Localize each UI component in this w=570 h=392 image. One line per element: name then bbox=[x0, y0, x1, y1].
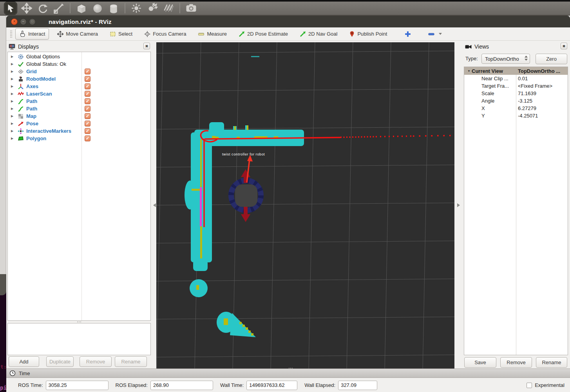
save-view-button[interactable]: Save bbox=[464, 357, 496, 368]
property-row-scale[interactable]: Scale 71.1639 bbox=[464, 90, 568, 97]
property-row-target-frame[interactable]: Target Fra... <Fixed Frame> bbox=[464, 82, 568, 90]
wall-elapsed-input[interactable] bbox=[338, 381, 377, 390]
time-panel-header[interactable]: Time bbox=[6, 369, 570, 378]
tool-publish-point[interactable]: Publish Point bbox=[346, 29, 391, 39]
tool-focus-camera[interactable]: Focus Camera bbox=[141, 29, 190, 39]
screenshot-camera-button[interactable] bbox=[185, 2, 198, 15]
tool-2d-pose-estimate[interactable]: 2D Pose Estimate bbox=[235, 29, 291, 39]
toolbar-drag-handle[interactable] bbox=[10, 31, 12, 38]
expand-arrow-icon[interactable]: ▶ bbox=[11, 114, 15, 118]
panel-splitter-left[interactable] bbox=[153, 41, 156, 369]
displays-tree[interactable]: ▶ Global Options ▶ Global Status: Ok ▶ G… bbox=[7, 52, 151, 321]
chevron-down-icon[interactable] bbox=[439, 33, 442, 35]
views-panel-close-button[interactable]: ✖ bbox=[561, 43, 567, 49]
expand-arrow-icon[interactable]: ▶ bbox=[11, 92, 15, 96]
views-panel-header[interactable]: Views bbox=[465, 43, 489, 51]
current-view-row[interactable]: ▼ Current View TopDownOrtho ... bbox=[464, 67, 568, 75]
wall-time-input[interactable] bbox=[246, 381, 297, 390]
display-row-map[interactable]: ▶ Map bbox=[8, 112, 81, 120]
expand-arrow-icon[interactable]: ▶ bbox=[11, 129, 15, 133]
cylinder-shape-button[interactable] bbox=[107, 2, 120, 15]
property-row-angle[interactable]: Angle -3.125 bbox=[464, 97, 568, 105]
tree-column-divider[interactable] bbox=[81, 52, 82, 320]
expand-arrow-icon[interactable]: ▶ bbox=[11, 70, 15, 73]
scale-tool-button[interactable] bbox=[52, 2, 65, 15]
property-row-y[interactable]: Y -4.25071 bbox=[464, 112, 568, 119]
expand-arrow-icon[interactable]: ▶ bbox=[11, 55, 15, 58]
spinner-arrows-icon[interactable] bbox=[525, 56, 528, 61]
select-arrow-tool-button[interactable] bbox=[4, 2, 17, 15]
sphere-shape-button[interactable] bbox=[91, 2, 104, 15]
expand-arrow-icon[interactable]: ▶ bbox=[11, 99, 15, 103]
display-checkbox-axes[interactable]: ✓ bbox=[85, 83, 90, 89]
zero-button[interactable]: Zero bbox=[536, 54, 567, 64]
translate-tool-button[interactable] bbox=[20, 2, 33, 15]
expand-arrow-icon[interactable]: ▶ bbox=[11, 122, 15, 125]
display-checkbox-interactive-markers[interactable]: ✓ bbox=[85, 128, 90, 134]
display-row-global-options[interactable]: ▶ Global Options bbox=[8, 53, 81, 60]
display-checkbox-pose[interactable]: ✓ bbox=[85, 121, 90, 126]
window-titlebar[interactable]: × − □ navigation.rviz* - RViz bbox=[6, 16, 570, 27]
window-minimize-button[interactable]: − bbox=[20, 18, 27, 25]
experimental-checkbox[interactable] bbox=[527, 383, 532, 388]
duplicate-display-button[interactable]: Duplicate bbox=[46, 356, 74, 367]
rename-display-button[interactable]: Rename bbox=[115, 356, 147, 367]
views-tree[interactable]: ▼ Current View TopDownOrtho ... Near Cli… bbox=[464, 67, 568, 355]
box-shape-button[interactable] bbox=[75, 2, 88, 15]
property-value[interactable]: 71.1639 bbox=[518, 90, 536, 97]
displays-panel-header[interactable]: Displays bbox=[9, 43, 39, 51]
add-display-button[interactable]: Add bbox=[9, 356, 39, 367]
remove-display-button[interactable]: Remove bbox=[80, 356, 112, 367]
display-row-robotmodel[interactable]: ▶ RobotModel bbox=[8, 75, 81, 83]
display-row-path-2[interactable]: ▶ Path bbox=[8, 105, 81, 112]
property-value[interactable]: -4.25071 bbox=[518, 112, 538, 119]
3d-viewport[interactable]: twist controller for robot bbox=[156, 42, 454, 369]
panel-splitter-right[interactable] bbox=[454, 41, 463, 369]
expand-arrow-icon[interactable]: ▶ bbox=[11, 62, 15, 66]
view-type-dropdown[interactable]: TopDownOrtho bbox=[481, 54, 530, 64]
collapse-left-handle[interactable] bbox=[153, 203, 156, 207]
display-checkbox-robotmodel[interactable]: ✓ bbox=[85, 76, 90, 82]
remove-view-button[interactable]: Remove bbox=[500, 357, 532, 368]
robot-body[interactable] bbox=[235, 184, 257, 207]
ros-time-input[interactable] bbox=[46, 381, 109, 390]
property-value[interactable]: 6.27279 bbox=[518, 105, 536, 112]
directional-light-button[interactable] bbox=[162, 2, 175, 15]
display-row-global-status[interactable]: ▶ Global Status: Ok bbox=[8, 60, 81, 68]
display-row-interactive-markers[interactable]: ▶ InteractiveMarkers bbox=[8, 127, 81, 135]
expand-arrow-icon[interactable]: ▼ bbox=[467, 69, 471, 73]
property-value[interactable]: 0.01 bbox=[518, 75, 528, 82]
remove-tool-button[interactable] bbox=[424, 29, 445, 40]
property-row-near-clip[interactable]: Near Clip ... 0.01 bbox=[464, 75, 568, 82]
tool-move-camera[interactable]: Move Camera bbox=[54, 29, 101, 39]
displays-panel-close-button[interactable]: ✖ bbox=[143, 43, 150, 49]
window-maximize-button[interactable]: □ bbox=[29, 18, 36, 25]
display-row-path[interactable]: ▶ Path bbox=[8, 98, 81, 105]
expand-arrow-icon[interactable]: ▶ bbox=[11, 137, 15, 140]
expand-arrow-icon[interactable]: ▶ bbox=[11, 85, 15, 88]
property-value[interactable]: <Fixed Frame> bbox=[518, 82, 552, 90]
tool-2d-nav-goal[interactable]: 2D Nav Goal bbox=[296, 29, 341, 39]
display-checkbox-path-2[interactable]: ✓ bbox=[85, 106, 90, 112]
spot-light-button[interactable] bbox=[146, 2, 159, 15]
display-checkbox-polygon[interactable]: ✓ bbox=[85, 135, 90, 141]
display-row-polygon[interactable]: ▶ Polygon bbox=[8, 135, 81, 142]
property-value[interactable]: -3.125 bbox=[518, 97, 532, 105]
rotate-tool-button[interactable] bbox=[36, 2, 49, 15]
display-checkbox-laserscan[interactable]: ✓ bbox=[85, 91, 90, 97]
display-row-laserscan[interactable]: ▶ LaserScan bbox=[8, 90, 81, 98]
property-row-x[interactable]: X 6.27279 bbox=[464, 105, 568, 112]
tool-interact[interactable]: Interact bbox=[15, 28, 49, 40]
add-tool-button[interactable] bbox=[401, 29, 415, 40]
tool-measure[interactable]: Measure bbox=[194, 29, 230, 39]
tool-select[interactable]: Select bbox=[106, 29, 136, 39]
display-checkbox-grid[interactable]: ✓ bbox=[85, 69, 90, 74]
expand-arrow-icon[interactable]: ▶ bbox=[11, 77, 15, 81]
display-checkbox-path[interactable]: ✓ bbox=[85, 98, 90, 104]
rename-view-button[interactable]: Rename bbox=[536, 357, 567, 368]
expand-arrow-icon[interactable]: ▶ bbox=[11, 107, 15, 110]
display-row-axes[interactable]: ▶ Axes bbox=[8, 83, 81, 90]
display-row-grid[interactable]: ▶ Grid bbox=[8, 68, 81, 75]
point-light-button[interactable] bbox=[130, 2, 143, 15]
display-checkbox-map[interactable]: ✓ bbox=[85, 113, 90, 119]
